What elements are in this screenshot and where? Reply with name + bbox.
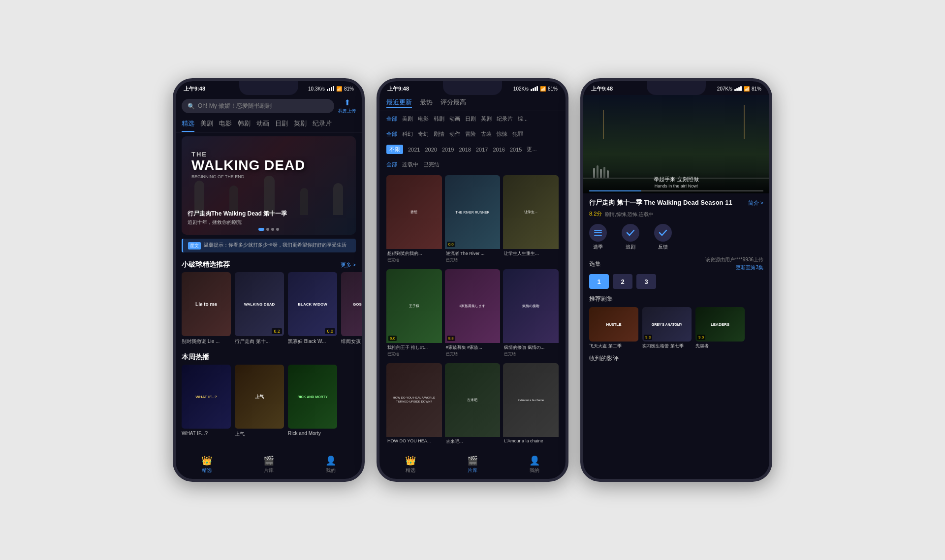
year-2015[interactable]: 2015 bbox=[510, 146, 522, 154]
nav-tab-picks[interactable]: 精选 bbox=[182, 117, 194, 132]
action-feedback[interactable]: 反馈 bbox=[654, 224, 672, 250]
media-cell-5[interactable]: #家族募集します 8.8 #家族募集 #家族... 已完结 bbox=[445, 269, 501, 360]
cat-us[interactable]: 美剧 bbox=[402, 114, 413, 124]
year-2019[interactable]: 2019 bbox=[442, 146, 454, 154]
hot-card-1[interactable]: WHAT IF...? WHAT IF...? bbox=[182, 365, 231, 437]
pick-card-4[interactable]: GOSSIP GIRL 绯闻女孩 Goss bbox=[341, 272, 362, 345]
genre-drama[interactable]: 剧情 bbox=[434, 129, 444, 139]
media-thumb-4: 王子様 6.0 bbox=[386, 269, 442, 343]
bottom-nav2-library[interactable]: 🎬 片库 bbox=[441, 455, 504, 474]
cat-jp[interactable]: 日剧 bbox=[465, 114, 476, 124]
bottom-nav2-mine[interactable]: 👤 我的 bbox=[504, 455, 566, 474]
year-2016[interactable]: 2016 bbox=[493, 146, 504, 154]
filter-tab-hot[interactable]: 最热 bbox=[420, 98, 433, 108]
hot-card-3[interactable]: RICK AND MORTY Rick and Morty bbox=[288, 365, 337, 437]
genre-adventure[interactable]: 冒险 bbox=[465, 129, 476, 139]
status-airing[interactable]: 连载中 bbox=[402, 160, 418, 169]
episode-header: 选集 该资源由用户****9936上传 更新至第3集 bbox=[589, 256, 763, 271]
ep-num-3[interactable]: 3 bbox=[636, 274, 656, 289]
video-progress-bar[interactable] bbox=[589, 190, 763, 191]
recommend-card-2[interactable]: GREY'S ANATOMY 9.3 实习医生格蕾 第七季 bbox=[642, 307, 692, 349]
hero-dot-3[interactable] bbox=[271, 228, 274, 231]
bottom-nav2-picks[interactable]: 👑 精选 bbox=[379, 455, 441, 474]
status-completed[interactable]: 已完结 bbox=[423, 160, 440, 169]
pick-card-2[interactable]: WALKING DEAD 8.2 行尸走肉 第十... bbox=[235, 272, 284, 345]
action-season[interactable]: 选季 bbox=[589, 224, 607, 250]
genre-fantasy[interactable]: 奇幻 bbox=[418, 129, 429, 139]
recommend-card-1[interactable]: HU$TLE 飞天大盗 第二季 bbox=[589, 307, 638, 349]
year-unlimited[interactable]: 不限 bbox=[386, 145, 403, 154]
nav-tab-doc[interactable]: 纪录片 bbox=[313, 117, 332, 132]
nav-tab-movie[interactable]: 电影 bbox=[219, 117, 232, 132]
recommend-card-3[interactable]: LEADERS 9.0 先驱者 bbox=[695, 307, 745, 349]
detail-intro-button[interactable]: 简介 > bbox=[748, 199, 763, 207]
genre-thriller[interactable]: 惊悚 bbox=[497, 129, 507, 139]
media-cell-8[interactable]: 古来吧 古来吧... bbox=[445, 363, 501, 449]
bottom-nav-library[interactable]: 🎬 片库 bbox=[238, 455, 300, 474]
bottom-nav-picks[interactable]: 👑 精选 bbox=[176, 455, 238, 474]
detail-actions: 选季 追剧 bbox=[589, 224, 763, 250]
media-thumb-6: 疯情の接吻 bbox=[503, 269, 559, 343]
media-cell-7[interactable]: HOW DO YOU HEAL A WORLD TURNED UPSIDE DO… bbox=[386, 363, 442, 449]
year-2017[interactable]: 2017 bbox=[476, 146, 488, 154]
hero-banner[interactable]: THE WALKING DEAD BEGINNING OF THE END 行尸… bbox=[182, 136, 356, 235]
picks-more[interactable]: 更多 > bbox=[341, 261, 356, 269]
nav-tab-us[interactable]: 美剧 bbox=[200, 117, 213, 132]
filter-tab-recent[interactable]: 最近更新 bbox=[386, 98, 412, 108]
year-2018[interactable]: 2018 bbox=[459, 146, 471, 154]
hot-card-2[interactable]: 上气 上气 bbox=[235, 365, 284, 437]
media-cell-6[interactable]: 疯情の接吻 疯情的接吻 疯情の... 已完结 bbox=[503, 269, 559, 360]
nav-tab-anime[interactable]: 动画 bbox=[256, 117, 269, 132]
hero-dot-4[interactable] bbox=[276, 228, 279, 231]
nav2-label-picks: 精选 bbox=[406, 467, 415, 474]
pick-card-1[interactable]: Lie to me 别对我撒谎 Lie ... bbox=[182, 272, 231, 345]
bottom-nav-mine[interactable]: 👤 我的 bbox=[300, 455, 362, 474]
reviews-section-title: 收到的影评 bbox=[589, 354, 763, 363]
status-right-1: 10.3K/s 📶 81% bbox=[308, 86, 354, 92]
hero-dot-2[interactable] bbox=[266, 228, 269, 231]
cat-doc[interactable]: 纪录片 bbox=[497, 114, 513, 124]
media-cell-1[interactable]: 妻想 想得到奖的我的... 已完结 bbox=[386, 175, 442, 266]
media-cell-3[interactable]: 让学生... 让学生人生重生... bbox=[503, 175, 559, 266]
upload-button[interactable]: ⬆ 我要上传 bbox=[338, 98, 356, 114]
ep-num-1[interactable]: 1 bbox=[589, 274, 609, 289]
hero-dot-1[interactable] bbox=[258, 228, 264, 231]
genre-action[interactable]: 动作 bbox=[449, 129, 460, 139]
genre-crime[interactable]: 犯罪 bbox=[512, 129, 523, 139]
year-more[interactable]: 更... bbox=[527, 145, 536, 154]
nav-label-picks: 精选 bbox=[202, 467, 212, 474]
nav-tab-uk[interactable]: 英剧 bbox=[294, 117, 307, 132]
media-cell-2[interactable]: THE RIVER RUNNER 0.0 逆流者 The River ... 已… bbox=[445, 175, 501, 266]
cat-all[interactable]: 全部 bbox=[386, 114, 397, 124]
pick-card-title-2: 行尸走肉 第十... bbox=[235, 338, 284, 345]
cat-uk[interactable]: 英剧 bbox=[481, 114, 492, 124]
nav-tab-jp[interactable]: 日剧 bbox=[275, 117, 288, 132]
hot-thumb-2: 上气 bbox=[235, 365, 284, 429]
recommend-score-2: 9.3 bbox=[644, 335, 652, 340]
year-2020[interactable]: 2020 bbox=[425, 146, 437, 154]
cat-kr[interactable]: 韩剧 bbox=[434, 114, 444, 124]
pick-thumb-2: WALKING DEAD 8.2 bbox=[235, 272, 284, 336]
search-input-wrap[interactable]: 🔍 Oh! My 傲娇！恋爱随书刷剧 bbox=[182, 99, 334, 113]
genre-costume[interactable]: 古装 bbox=[481, 129, 492, 139]
hero-title-line2: WALKING DEAD bbox=[191, 158, 346, 173]
video-player[interactable]: 举起手来 立刻照做 Hands in the air! Now! bbox=[583, 95, 769, 193]
recommend-score-3: 9.0 bbox=[697, 335, 705, 340]
nav-tab-kr[interactable]: 韩剧 bbox=[238, 117, 251, 132]
status-all[interactable]: 全部 bbox=[386, 160, 397, 169]
media-cell-4[interactable]: 王子様 6.0 我推的王子 推しの... 已完结 bbox=[386, 269, 442, 360]
cat-anime[interactable]: 动画 bbox=[449, 114, 460, 124]
signal-bars-2 bbox=[531, 86, 538, 91]
gg-title: GOSSIP GIRL bbox=[353, 302, 362, 307]
filter-tab-rating[interactable]: 评分最高 bbox=[441, 98, 466, 108]
cat-more[interactable]: 综... bbox=[518, 114, 528, 124]
year-2021[interactable]: 2021 bbox=[408, 146, 420, 154]
genre-all[interactable]: 全部 bbox=[386, 129, 397, 139]
detail-score-row: 8.2分 剧情,惊悚,恐怖,连载中 bbox=[589, 209, 763, 218]
pick-card-3[interactable]: BLACK WIDOW 0.0 黑寡妇 Black W... bbox=[288, 272, 337, 345]
action-follow[interactable]: 追剧 bbox=[622, 224, 639, 250]
media-cell-9[interactable]: L'Amour a la chaine L'Amour a la chaine bbox=[503, 363, 559, 449]
ep-num-2[interactable]: 2 bbox=[613, 274, 632, 289]
cat-movie[interactable]: 电影 bbox=[418, 114, 429, 124]
genre-scifi[interactable]: 科幻 bbox=[402, 129, 413, 139]
